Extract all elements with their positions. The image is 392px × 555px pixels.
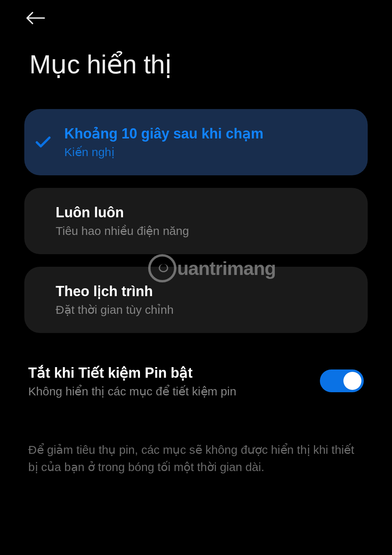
checkmark-container bbox=[31, 136, 56, 149]
toggle-handle bbox=[343, 372, 361, 390]
option-title: Luôn luôn bbox=[56, 204, 189, 221]
option-subtitle: Tiêu hao nhiều điện năng bbox=[56, 224, 189, 238]
battery-saver-toggle-section: Tắt khi Tiết kiệm Pin bật Không hiển thị… bbox=[28, 365, 364, 398]
options-list: Khoảng 10 giây sau khi chạm Kiến nghị Lu… bbox=[24, 109, 368, 333]
option-title: Theo lịch trình bbox=[56, 283, 174, 300]
toggle-subtitle: Không hiển thị các mục để tiết kiệm pin bbox=[28, 384, 304, 398]
option-text: Theo lịch trình Đặt thời gian tùy chỉnh bbox=[56, 283, 174, 317]
option-text: Luôn luôn Tiêu hao nhiều điện năng bbox=[56, 204, 189, 238]
arrow-left-icon bbox=[25, 11, 45, 25]
toggle-text: Tắt khi Tiết kiệm Pin bật Không hiển thị… bbox=[28, 365, 320, 398]
battery-saver-toggle[interactable] bbox=[320, 369, 364, 392]
checkmark-icon bbox=[35, 136, 51, 149]
footer-info-text: Để giảm tiêu thụ pin, các mục sẽ không đ… bbox=[28, 441, 364, 475]
option-title: Khoảng 10 giây sau khi chạm bbox=[64, 126, 263, 142]
toggle-title: Tắt khi Tiết kiệm Pin bật bbox=[28, 365, 304, 381]
page-title: Mục hiển thị bbox=[29, 49, 172, 80]
option-10-seconds[interactable]: Khoảng 10 giây sau khi chạm Kiến nghị bbox=[24, 109, 368, 175]
option-subtitle: Kiến nghị bbox=[64, 145, 263, 159]
option-scheduled[interactable]: Theo lịch trình Đặt thời gian tùy chỉnh bbox=[24, 267, 368, 333]
option-subtitle: Đặt thời gian tùy chỉnh bbox=[56, 303, 174, 317]
back-button[interactable] bbox=[25, 11, 45, 25]
option-always[interactable]: Luôn luôn Tiêu hao nhiều điện năng bbox=[24, 188, 368, 254]
option-text: Khoảng 10 giây sau khi chạm Kiến nghị bbox=[64, 126, 263, 159]
